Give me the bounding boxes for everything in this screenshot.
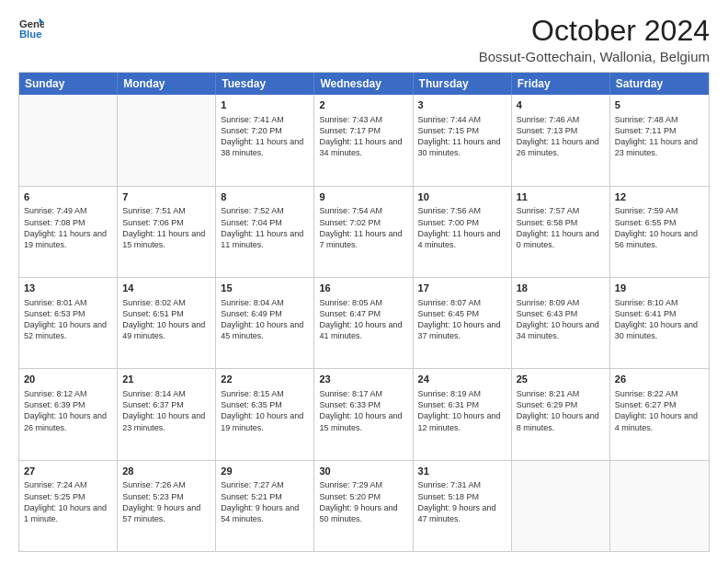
- daylight-text: Daylight: 9 hours and 54 minutes.: [221, 502, 309, 524]
- daylight-text: Daylight: 11 hours and 15 minutes.: [122, 228, 210, 250]
- daylight-text: Daylight: 11 hours and 11 minutes.: [221, 228, 309, 250]
- sunrise-text: Sunrise: 7:24 AM: [24, 479, 112, 490]
- sunset-text: Sunset: 6:43 PM: [517, 308, 605, 319]
- calendar-cell: 25Sunrise: 8:21 AMSunset: 6:29 PMDayligh…: [512, 369, 610, 459]
- daylight-text: Daylight: 10 hours and 4 minutes.: [615, 410, 704, 432]
- calendar-cell: 31Sunrise: 7:31 AMSunset: 5:18 PMDayligh…: [414, 461, 512, 551]
- daylight-text: Daylight: 10 hours and 37 minutes.: [418, 319, 506, 341]
- sunset-text: Sunset: 6:55 PM: [615, 217, 704, 228]
- sunset-text: Sunset: 5:23 PM: [122, 491, 210, 502]
- day-number: 19: [615, 282, 704, 295]
- sunset-text: Sunset: 6:35 PM: [221, 399, 309, 410]
- sunrise-text: Sunrise: 8:01 AM: [24, 297, 112, 308]
- calendar-cell: 3Sunrise: 7:44 AMSunset: 7:15 PMDaylight…: [414, 95, 512, 185]
- calendar-row: 6Sunrise: 7:49 AMSunset: 7:08 PMDaylight…: [19, 186, 709, 277]
- sunset-text: Sunset: 7:15 PM: [418, 125, 506, 136]
- sunset-text: Sunset: 6:31 PM: [418, 399, 506, 410]
- calendar-cell: [19, 95, 118, 185]
- weekday-header: Saturday: [610, 73, 709, 95]
- sunrise-text: Sunrise: 7:31 AM: [418, 479, 506, 490]
- sunset-text: Sunset: 7:08 PM: [24, 217, 112, 228]
- sunrise-text: Sunrise: 7:57 AM: [517, 205, 605, 216]
- calendar-cell: 28Sunrise: 7:26 AMSunset: 5:23 PMDayligh…: [118, 461, 216, 551]
- day-number: 31: [418, 465, 506, 478]
- sunset-text: Sunset: 7:06 PM: [122, 217, 210, 228]
- day-number: 17: [418, 282, 506, 295]
- calendar-cell: 7Sunrise: 7:51 AMSunset: 7:06 PMDaylight…: [118, 187, 216, 277]
- calendar-cell: 29Sunrise: 7:27 AMSunset: 5:21 PMDayligh…: [216, 461, 314, 551]
- sunrise-text: Sunrise: 7:54 AM: [319, 205, 407, 216]
- daylight-text: Daylight: 11 hours and 38 minutes.: [221, 136, 309, 158]
- day-number: 30: [319, 465, 407, 478]
- daylight-text: Daylight: 11 hours and 34 minutes.: [319, 136, 407, 158]
- sunrise-text: Sunrise: 8:21 AM: [517, 388, 605, 399]
- sunrise-text: Sunrise: 8:14 AM: [122, 388, 210, 399]
- sunrise-text: Sunrise: 8:19 AM: [418, 388, 506, 399]
- day-number: 24: [418, 373, 506, 386]
- sunrise-text: Sunrise: 8:12 AM: [24, 388, 112, 399]
- daylight-text: Daylight: 10 hours and 49 minutes.: [122, 319, 210, 341]
- calendar-cell: 21Sunrise: 8:14 AMSunset: 6:37 PMDayligh…: [118, 369, 216, 459]
- sunset-text: Sunset: 7:11 PM: [615, 125, 704, 136]
- calendar-header: SundayMondayTuesdayWednesdayThursdayFrid…: [19, 73, 709, 95]
- weekday-header: Thursday: [414, 73, 512, 95]
- day-number: 25: [517, 373, 605, 386]
- weekday-header: Sunday: [19, 73, 118, 95]
- sunrise-text: Sunrise: 7:44 AM: [418, 114, 506, 125]
- calendar-cell: 17Sunrise: 8:07 AMSunset: 6:45 PMDayligh…: [414, 278, 512, 368]
- calendar-cell: 23Sunrise: 8:17 AMSunset: 6:33 PMDayligh…: [314, 369, 413, 459]
- logo: General Blue: [18, 15, 44, 40]
- daylight-text: Daylight: 10 hours and 8 minutes.: [517, 410, 605, 432]
- calendar-cell: 6Sunrise: 7:49 AMSunset: 7:08 PMDaylight…: [19, 187, 118, 277]
- sunset-text: Sunset: 7:04 PM: [221, 217, 309, 228]
- daylight-text: Daylight: 10 hours and 12 minutes.: [418, 410, 506, 432]
- weekday-header: Friday: [512, 73, 610, 95]
- calendar-cell: 11Sunrise: 7:57 AMSunset: 6:58 PMDayligh…: [512, 187, 610, 277]
- daylight-text: Daylight: 10 hours and 52 minutes.: [24, 319, 112, 341]
- sunrise-text: Sunrise: 7:52 AM: [221, 205, 309, 216]
- calendar-cell: 4Sunrise: 7:46 AMSunset: 7:13 PMDaylight…: [512, 95, 610, 185]
- calendar-cell: 20Sunrise: 8:12 AMSunset: 6:39 PMDayligh…: [19, 369, 118, 459]
- calendar-cell: 8Sunrise: 7:52 AMSunset: 7:04 PMDaylight…: [216, 187, 314, 277]
- day-number: 8: [221, 190, 309, 204]
- calendar-cell: [610, 461, 709, 551]
- calendar-cell: 10Sunrise: 7:56 AMSunset: 7:00 PMDayligh…: [414, 187, 512, 277]
- weekday-header: Tuesday: [216, 73, 314, 95]
- daylight-text: Daylight: 9 hours and 47 minutes.: [418, 502, 506, 524]
- day-number: 20: [24, 373, 112, 386]
- sunset-text: Sunset: 6:39 PM: [24, 399, 112, 410]
- calendar-cell: 13Sunrise: 8:01 AMSunset: 6:53 PMDayligh…: [19, 278, 118, 368]
- calendar-cell: 30Sunrise: 7:29 AMSunset: 5:20 PMDayligh…: [314, 461, 413, 551]
- day-number: 26: [615, 373, 704, 386]
- sunset-text: Sunset: 6:45 PM: [418, 308, 506, 319]
- calendar-cell: 27Sunrise: 7:24 AMSunset: 5:25 PMDayligh…: [19, 461, 118, 551]
- day-number: 13: [24, 282, 112, 295]
- sunrise-text: Sunrise: 8:15 AM: [221, 388, 309, 399]
- calendar-cell: 9Sunrise: 7:54 AMSunset: 7:02 PMDaylight…: [314, 187, 413, 277]
- calendar-cell: 22Sunrise: 8:15 AMSunset: 6:35 PMDayligh…: [216, 369, 314, 459]
- day-number: 3: [418, 98, 506, 112]
- day-number: 21: [122, 373, 210, 386]
- sunrise-text: Sunrise: 7:56 AM: [418, 205, 506, 216]
- calendar-cell: 16Sunrise: 8:05 AMSunset: 6:47 PMDayligh…: [314, 278, 413, 368]
- svg-text:Blue: Blue: [19, 29, 42, 40]
- calendar-cell: [512, 461, 610, 551]
- day-number: 14: [122, 282, 210, 295]
- daylight-text: Daylight: 9 hours and 50 minutes.: [319, 502, 407, 524]
- day-number: 4: [517, 98, 605, 112]
- day-number: 6: [24, 190, 112, 204]
- day-number: 7: [122, 190, 210, 204]
- daylight-text: Daylight: 11 hours and 23 minutes.: [615, 136, 704, 158]
- sunset-text: Sunset: 6:29 PM: [517, 399, 605, 410]
- calendar-cell: 2Sunrise: 7:43 AMSunset: 7:17 PMDaylight…: [314, 95, 413, 185]
- sunset-text: Sunset: 6:51 PM: [122, 308, 210, 319]
- day-number: 28: [122, 465, 210, 478]
- daylight-text: Daylight: 10 hours and 45 minutes.: [221, 319, 309, 341]
- calendar-cell: 14Sunrise: 8:02 AMSunset: 6:51 PMDayligh…: [118, 278, 216, 368]
- sunset-text: Sunset: 6:49 PM: [221, 308, 309, 319]
- page-header: General Blue October 2024 Bossut-Gottech…: [18, 15, 710, 64]
- sunrise-text: Sunrise: 7:26 AM: [122, 479, 210, 490]
- sunrise-text: Sunrise: 8:22 AM: [615, 388, 704, 399]
- day-number: 16: [319, 282, 407, 295]
- sunrise-text: Sunrise: 7:49 AM: [24, 205, 112, 216]
